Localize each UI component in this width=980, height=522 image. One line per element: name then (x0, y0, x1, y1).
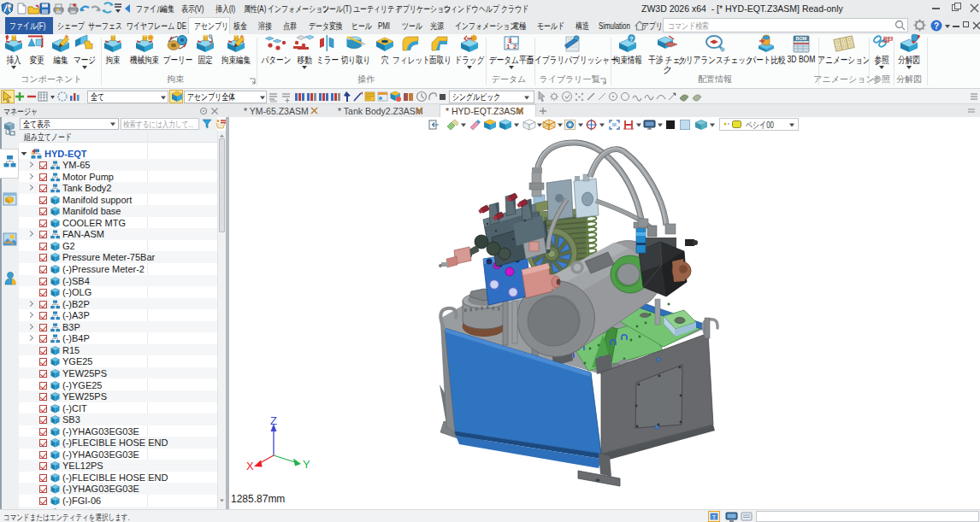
svg-text:1: 1 (506, 43, 511, 50)
svg-text:?: ? (934, 21, 939, 31)
svg-text:REF: REF (883, 36, 893, 42)
svg-text:BOM: BOM (796, 36, 807, 41)
svg-text:Y: Y (303, 458, 310, 471)
svg-text:?: ? (629, 36, 633, 42)
svg-text:X: X (246, 460, 254, 472)
svg-text:Z: Z (270, 414, 277, 427)
svg-text:2: 2 (513, 43, 517, 50)
svg-text:T: T (712, 514, 717, 520)
